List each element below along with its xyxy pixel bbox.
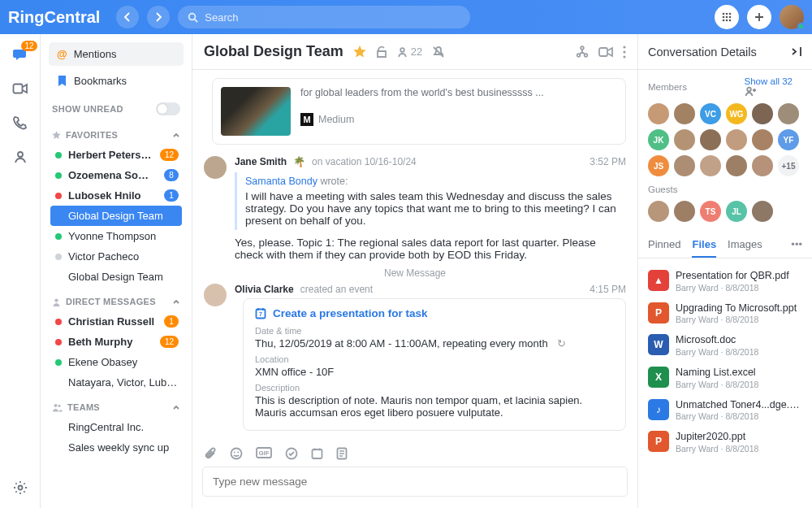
member-avatar[interactable] xyxy=(674,201,695,222)
sidebar-item[interactable]: Sales weekly sync up xyxy=(50,437,182,458)
palm-icon: 🌴 xyxy=(293,156,305,167)
panel-collapse-button[interactable] xyxy=(790,46,802,58)
sidebar-item[interactable]: Lubosek Hnilo1 xyxy=(50,185,182,206)
event-datetime-value: Thu, 12/05/2019 at 8:00 AM - 11:00AM, re… xyxy=(255,337,548,350)
member-avatar[interactable] xyxy=(752,155,773,176)
member-avatar[interactable]: WG xyxy=(726,103,747,124)
member-avatar[interactable] xyxy=(648,103,669,124)
member-avatar[interactable] xyxy=(674,155,695,176)
tab-files[interactable]: Files xyxy=(692,232,716,258)
sidebar-item[interactable]: Natayara, Victor, Lubos... xyxy=(50,372,182,393)
member-avatar[interactable] xyxy=(674,129,695,150)
sidebar-item[interactable]: Ekene Obasey xyxy=(50,352,182,372)
chat-scroll[interactable]: for global leaders from the world's best… xyxy=(192,70,637,437)
add-button[interactable] xyxy=(747,5,771,29)
member-count[interactable]: 22 xyxy=(397,46,422,58)
task-button[interactable] xyxy=(285,447,298,460)
sidebar-item[interactable]: Ozoemena Somayina8 xyxy=(50,165,182,185)
attach-button[interactable] xyxy=(204,447,217,460)
file-item[interactable]: PJupiter2020.pptBarry Ward · 8/8/2018 xyxy=(646,426,804,458)
message-author[interactable]: Olivia Clarke xyxy=(235,284,294,295)
message-time: 4:15 PM xyxy=(590,284,626,295)
rail-phone[interactable] xyxy=(11,114,29,132)
member-avatar[interactable]: JL xyxy=(726,201,747,222)
file-item[interactable]: ▲Presentation for QBR.pdfBarry Ward · 8/… xyxy=(646,265,804,297)
nav-back-button[interactable] xyxy=(116,6,139,28)
file-item[interactable]: WMicrosoft.docBarry Ward · 8/8/2018 xyxy=(646,329,804,362)
link-preview-card[interactable]: for global leaders from the world's best… xyxy=(212,78,626,145)
start-video-button[interactable] xyxy=(598,46,613,58)
favorite-star-icon[interactable] xyxy=(353,46,366,59)
message-body: Yes, please. Topic 1: The regional sales… xyxy=(235,237,626,261)
gif-button[interactable]: GIF xyxy=(256,447,272,460)
file-item[interactable]: PUpgrading To Microsoft.pptBarry Ward · … xyxy=(646,297,804,330)
member-avatar[interactable] xyxy=(778,103,799,124)
mute-icon[interactable] xyxy=(432,46,445,59)
message-author[interactable]: Jane Smith xyxy=(235,156,287,167)
member-avatar[interactable]: VC xyxy=(700,103,721,124)
member-avatar[interactable] xyxy=(752,103,773,124)
rail-video[interactable] xyxy=(11,80,29,98)
sidebar-item[interactable]: Global Design Team xyxy=(50,206,182,226)
member-avatar[interactable]: JK xyxy=(648,129,669,150)
member-avatar[interactable] xyxy=(726,129,747,150)
member-avatar[interactable]: YF xyxy=(778,129,799,150)
svg-point-15 xyxy=(58,404,60,406)
member-avatar[interactable]: TS xyxy=(700,201,721,222)
show-all-link[interactable]: Show all 32 xyxy=(745,76,793,86)
show-unread-toggle[interactable] xyxy=(156,102,180,115)
sidebar-mentions[interactable]: @ Mentions xyxy=(49,42,184,66)
section-favorites-head[interactable]: FAVORITES xyxy=(50,125,182,145)
event-button[interactable] xyxy=(311,447,323,460)
search-input[interactable] xyxy=(205,11,460,24)
note-button[interactable] xyxy=(336,447,348,460)
event-card[interactable]: 7 Create a presentation for task Date & … xyxy=(243,298,626,431)
file-item[interactable]: ♪Unmatched Toner4...dge.mp4Barry Ward · … xyxy=(646,394,804,427)
sidebar-item[interactable]: RingCentral Inc. xyxy=(50,417,182,437)
sidebar-item[interactable]: Global Design Team xyxy=(50,267,182,287)
member-avatar[interactable] xyxy=(700,129,721,150)
integrations-icon[interactable] xyxy=(576,46,589,59)
avatar[interactable] xyxy=(204,156,227,179)
search-box[interactable] xyxy=(178,6,470,28)
member-avatar[interactable]: JS xyxy=(648,155,669,176)
tabs-more-button[interactable]: ••• xyxy=(791,232,802,258)
files-list[interactable]: ▲Presentation for QBR.pdfBarry Ward · 8/… xyxy=(638,258,812,465)
bookmark-icon xyxy=(57,75,67,87)
member-avatar[interactable] xyxy=(752,129,773,150)
sidebar-item-label: Lubosek Hnilo xyxy=(68,189,158,202)
member-avatar[interactable] xyxy=(648,201,669,222)
quote-author-link[interactable]: Samanta Bondy xyxy=(245,176,317,187)
dialpad-button[interactable] xyxy=(715,5,739,29)
section-favorites-label: FAVORITES xyxy=(66,130,118,140)
emoji-button[interactable] xyxy=(230,447,243,460)
sidebar-item[interactable]: Christian Russell1 xyxy=(50,311,182,332)
sidebar-item[interactable]: Herbert Peterson12 xyxy=(50,145,182,165)
file-item[interactable]: XNaming List.excelBarry Ward · 8/8/2018 xyxy=(646,362,804,394)
avatar-overflow[interactable]: +15 xyxy=(778,155,799,176)
nav-forward-button[interactable] xyxy=(147,6,170,28)
conversation-header: Global Design Team 22 xyxy=(192,34,637,70)
svg-point-5 xyxy=(726,16,728,19)
section-direct-head[interactable]: DIRECT MESSAGES xyxy=(50,292,182,311)
member-avatar[interactable] xyxy=(726,155,747,176)
member-avatar[interactable] xyxy=(674,103,695,124)
add-member-button[interactable] xyxy=(745,86,802,97)
rail-messages[interactable]: 12 xyxy=(11,46,29,63)
more-menu-button[interactable] xyxy=(623,46,626,59)
rail-settings[interactable] xyxy=(11,479,29,497)
rail-contacts[interactable] xyxy=(11,148,29,166)
profile-avatar[interactable] xyxy=(780,5,804,29)
member-avatar[interactable] xyxy=(752,201,773,222)
avatar[interactable] xyxy=(204,284,227,306)
member-avatar[interactable] xyxy=(700,155,721,176)
tab-images[interactable]: Images xyxy=(728,232,762,258)
sidebar-item[interactable]: Yvonne Thompson xyxy=(50,226,182,246)
lock-open-icon[interactable] xyxy=(376,46,387,59)
sidebar-item[interactable]: Victor Pacheco xyxy=(50,246,182,267)
section-teams-head[interactable]: TEAMS xyxy=(50,397,182,417)
tab-pinned[interactable]: Pinned xyxy=(648,232,680,258)
message-input[interactable] xyxy=(202,467,628,497)
sidebar-bookmarks[interactable]: Bookmarks xyxy=(49,69,184,93)
sidebar-item[interactable]: Beth Murphy12 xyxy=(50,332,182,352)
